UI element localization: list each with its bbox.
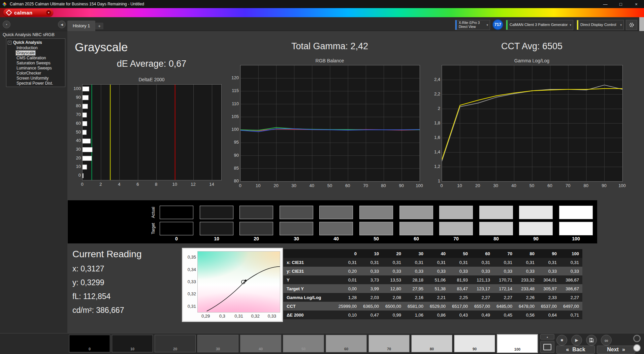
- next-button[interactable]: Next »: [597, 346, 635, 354]
- axis-tick-label: 70: [561, 183, 575, 188]
- pattern-patch-50[interactable]: 50: [283, 335, 324, 352]
- axis-tick-label: 1,2: [427, 164, 440, 169]
- table-cell: 233,48: [516, 284, 538, 293]
- swatch-column-label: 20: [239, 236, 273, 241]
- pattern-patch-100[interactable]: 100: [497, 334, 538, 353]
- stop-measure-button[interactable]: ■: [556, 335, 567, 346]
- axis-tick-label: 10: [251, 183, 265, 188]
- collapse-pattern-bar-button[interactable]: ▲: [540, 334, 554, 340]
- calman-logo-text: calman: [14, 10, 33, 16]
- window-title: Calman 2025 Calman Ultimate for Business…: [10, 2, 144, 6]
- tab-history-1[interactable]: History 1: [67, 21, 95, 31]
- continuous-read-button[interactable]: ∞: [601, 335, 612, 346]
- axis-tick-label: 2,4: [427, 77, 440, 82]
- pattern-patch-80[interactable]: 80: [411, 335, 452, 352]
- sidebar-item-spectral-power-dist-[interactable]: Spectral Power Dist.: [16, 81, 64, 86]
- table-cell: 0,33: [560, 267, 582, 275]
- pattern-patch-30[interactable]: 30: [197, 335, 238, 352]
- reading-cdm2: cd/m²: 386,667: [72, 306, 124, 315]
- meter-device-dropdown[interactable]: X-Rite i1Pro 3 Direct View ▾: [455, 20, 490, 30]
- axis-tick-label: 30: [489, 183, 503, 188]
- sidebar-item-screen-uniformity[interactable]: Screen Uniformity: [16, 76, 64, 81]
- pattern-bar: ▲ ■ ▶ ∞ « Back Next » 010203040506070809…: [0, 333, 644, 354]
- table-header-row: 0102030405060708090100: [283, 249, 582, 258]
- pattern-patch-40[interactable]: 40: [240, 335, 281, 352]
- tree-root-node[interactable]: - Quick Analysis: [8, 40, 64, 45]
- pattern-patch-60[interactable]: 60: [326, 335, 367, 352]
- back-chevron-icon: «: [566, 347, 569, 353]
- sidebar-item-colorchecker[interactable]: ColorChecker: [16, 71, 64, 76]
- table-cell: 0,31: [449, 258, 471, 267]
- table-cell: 2,33: [538, 293, 560, 302]
- sidebar-item-luminance-sweeps[interactable]: Luminance Sweeps: [16, 66, 64, 71]
- back-button[interactable]: « Back: [556, 346, 595, 354]
- pattern-patch-90[interactable]: 90: [454, 335, 495, 352]
- gamma-line-chart: 01020304050607080901002,42,221,81,61,41,…: [428, 65, 627, 195]
- swatch-target-10: [200, 222, 233, 235]
- table-row-gamma-log-log: Gamma Log/Log1,282,032,082,162,212,252,2…: [283, 293, 582, 302]
- save-button[interactable]: [586, 335, 597, 346]
- axis-tick-label: 60: [341, 183, 354, 188]
- display-control-dropdown[interactable]: Direct Display Control ▾: [577, 20, 624, 30]
- add-tab-button[interactable]: +: [95, 23, 103, 29]
- play-measure-button[interactable]: ▶: [571, 335, 582, 346]
- tree-expander-icon[interactable]: -: [8, 41, 11, 45]
- table-cell: 0,86: [427, 311, 449, 319]
- sidebar-collapse-button[interactable]: ◀: [58, 21, 66, 28]
- axis-tick-label: 60: [543, 183, 557, 188]
- sidebar-item-cms-calibration[interactable]: CMS Calibration: [16, 56, 64, 61]
- pattern-patch-10[interactable]: 10: [112, 335, 153, 352]
- grayscale-swatch-strip: Actual Target 0102030405060708090100: [68, 200, 597, 243]
- table-cell: 0,33: [427, 267, 449, 275]
- pattern-window-button[interactable]: [540, 341, 554, 353]
- close-button[interactable]: ×: [629, 0, 644, 8]
- reading-x: x: 0,3127: [72, 264, 104, 273]
- axis-tick-label: 10: [168, 182, 182, 187]
- table-cell: 6485,00: [493, 302, 516, 311]
- rgb-balance-chart-title: RGB Balance: [240, 58, 419, 63]
- table-cell: 2,08: [382, 293, 405, 302]
- axis-tick-label: 40: [507, 183, 520, 188]
- table-cell: 6537,00: [538, 302, 560, 311]
- meter-status-badge[interactable]: 717: [492, 19, 503, 30]
- table-row-y-cie31: y: CIE310,200,330,330,330,330,330,330,33…: [283, 267, 582, 275]
- table-cell: 6581,00: [405, 302, 427, 311]
- gamma-plot-area: [442, 65, 623, 182]
- table-column-header: 50: [449, 249, 471, 258]
- tree-items: IntroductionGrayscaleCMS CalibrationSatu…: [16, 46, 64, 86]
- chart-svg-deltae: [83, 85, 221, 180]
- cct-avg-heading: CCT Avg: 6505: [442, 41, 622, 52]
- swatch-column-label: 10: [200, 236, 233, 241]
- window-titlebar: Calman 2025 Calman Ultimate for Business…: [0, 0, 644, 8]
- table-cell: 386,67: [560, 284, 582, 293]
- sidebar-item-introduction[interactable]: Introduction: [16, 46, 64, 51]
- rgb-plot-area: [240, 65, 420, 182]
- pattern-patch-0[interactable]: 0: [69, 335, 110, 352]
- pattern-patch-20[interactable]: 20: [155, 335, 196, 352]
- swatch-actual-10: [200, 206, 233, 219]
- pattern-patch-70[interactable]: 70: [368, 335, 410, 352]
- pattern-patch-label: 100: [497, 347, 537, 351]
- calman-menu-button[interactable]: calman ▾: [3, 9, 53, 17]
- pattern-settings-button[interactable]: [633, 335, 641, 342]
- minimize-button[interactable]: —: [598, 0, 613, 8]
- table-cell: 3,73: [360, 275, 382, 284]
- swatch-target-90: [519, 222, 553, 235]
- pattern-source-dropdown[interactable]: CalMAN Client 3 Pattern Generator ▾: [506, 20, 573, 30]
- table-row-label: Gamma Log/Log: [283, 293, 338, 302]
- axis-tick-label: 0: [68, 173, 81, 178]
- table-cell: 13,53: [382, 275, 405, 284]
- axis-tick-label: 0,33: [265, 314, 279, 319]
- axis-tick-label: 80: [68, 103, 81, 108]
- maximize-button[interactable]: □: [613, 0, 629, 8]
- panel-edge-handle[interactable]: [639, 17, 644, 31]
- nav-menu-button[interactable]: •: [3, 21, 10, 28]
- sidebar-item-saturation-sweeps[interactable]: Saturation Sweeps: [16, 61, 64, 66]
- settings-button[interactable]: [626, 20, 637, 30]
- axis-tick-label: 0,33: [183, 279, 196, 284]
- sidebar-item-grayscale[interactable]: Grayscale: [16, 51, 64, 56]
- table-column-header: 60: [471, 249, 493, 258]
- axis-tick-label: 100: [68, 86, 81, 91]
- axis-tick-label: 6: [131, 182, 144, 187]
- table-cell: 81,93: [449, 275, 471, 284]
